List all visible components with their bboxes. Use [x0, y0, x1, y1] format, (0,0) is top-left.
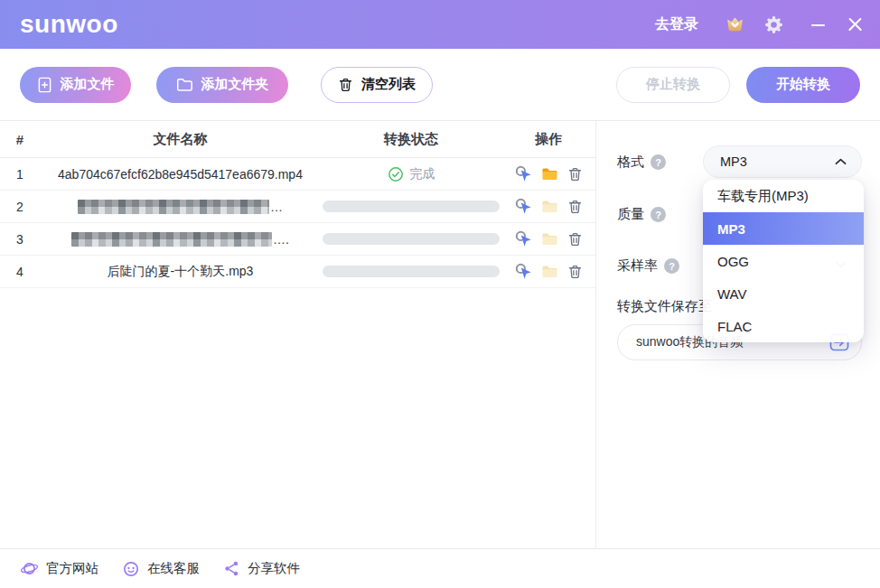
sample-rate-label: 采样率	[617, 257, 658, 275]
help-icon[interactable]: ?	[664, 258, 679, 274]
open-folder-icon-disabled[interactable]	[541, 231, 558, 247]
quality-label-row: 质量 ?	[617, 206, 666, 223]
file-plus-icon	[37, 77, 52, 93]
help-icon[interactable]: ?	[651, 154, 666, 170]
vip-badge-icon[interactable]	[724, 14, 746, 36]
planet-icon	[20, 560, 39, 577]
stop-convert-button[interactable]: 停止转换	[616, 67, 730, 103]
status-text: 完成	[410, 166, 435, 182]
progress-bar	[323, 201, 500, 212]
table-header: # 文件名称 转换状态 操作	[0, 121, 595, 158]
login-button[interactable]: 去登录	[655, 15, 698, 34]
locate-play-icon[interactable]	[515, 230, 532, 247]
add-file-button[interactable]: 添加文件	[20, 67, 131, 103]
open-folder-icon-disabled[interactable]	[541, 264, 558, 279]
redacted-file-name	[78, 200, 269, 214]
check-circle-icon	[388, 166, 404, 182]
row-actions	[501, 230, 595, 247]
main-area: # 文件名称 转换状态 操作 1 4ab704c67efcf62b8e945d5…	[0, 121, 880, 548]
delete-icon[interactable]	[567, 199, 583, 215]
format-dropdown-menu: 车载专用(MP3) MP3 OGG WAV FLAC	[703, 180, 864, 342]
format-label: 格式	[617, 154, 644, 171]
file-list: # 文件名称 转换状态 操作 1 4ab704c67efcf62b8e945d5…	[0, 121, 596, 548]
file-name: 4ab704c67efcf62b8e945d5417ea6679.mp4	[58, 167, 303, 182]
table-row[interactable]: 2 …	[0, 191, 595, 223]
close-icon[interactable]	[847, 16, 864, 33]
redacted-file-name	[71, 232, 272, 247]
share-icon	[223, 560, 240, 577]
row-actions	[501, 263, 595, 280]
chat-smiley-icon	[122, 560, 140, 578]
settings-gear-icon[interactable]	[763, 14, 784, 35]
delete-icon[interactable]	[567, 264, 583, 280]
locate-play-icon[interactable]	[515, 165, 532, 182]
col-index: #	[0, 132, 40, 147]
format-label-row: 格式 ?	[617, 154, 666, 171]
share-app-link[interactable]: 分享软件	[223, 560, 300, 577]
row-actions	[501, 198, 595, 215]
chevron-up-icon	[835, 158, 847, 165]
col-status: 转换状态	[321, 131, 501, 148]
dropdown-option-wav[interactable]: WAV	[703, 277, 864, 310]
locate-play-icon[interactable]	[515, 263, 532, 280]
add-folder-label: 添加文件夹	[201, 76, 269, 93]
app-logo: sunwoo	[20, 10, 118, 39]
status-badge: 完成	[388, 166, 435, 182]
toolbar: 添加文件 添加文件夹 清空列表 停止转换 开始转换	[0, 49, 880, 120]
delete-icon[interactable]	[567, 166, 583, 182]
col-actions: 操作	[501, 131, 595, 148]
progress-bar	[323, 233, 500, 245]
official-website-label: 官方网站	[46, 560, 98, 577]
online-support-label: 在线客服	[147, 560, 200, 577]
titlebar-controls: 去登录	[655, 14, 864, 36]
help-icon[interactable]: ?	[651, 207, 666, 222]
add-folder-button[interactable]: 添加文件夹	[156, 67, 288, 103]
convert-controls: 停止转换 开始转换	[616, 67, 860, 103]
clear-list-button[interactable]: 清空列表	[321, 67, 433, 103]
minimize-icon[interactable]	[811, 17, 826, 32]
locate-play-icon[interactable]	[515, 198, 532, 215]
folder-icon	[176, 77, 193, 92]
start-convert-button[interactable]: 开始转换	[746, 67, 860, 103]
clear-list-label: 清空列表	[361, 76, 416, 93]
table-row[interactable]: 3 ….	[0, 223, 595, 256]
dropdown-option-mp3-selected[interactable]: MP3	[703, 212, 864, 245]
col-filename: 文件名称	[40, 131, 321, 148]
file-name-suffix: …	[270, 200, 283, 214]
sample-rate-label-row: 采样率 ?	[617, 257, 679, 275]
format-value: MP3	[720, 154, 747, 169]
table-row[interactable]: 1 4ab704c67efcf62b8e945d5417ea6679.mp4 完…	[0, 158, 595, 191]
open-folder-icon[interactable]	[541, 166, 558, 182]
row-actions	[501, 165, 595, 182]
dropdown-option-flac[interactable]: FLAC	[703, 310, 864, 342]
row-index: 1	[0, 167, 40, 182]
save-to-label: 转换文件保存至	[617, 298, 712, 315]
settings-panel: 格式 ? MP3 质量 ? 采样率 ?	[596, 121, 879, 548]
dropdown-option-car-mp3[interactable]: 车载专用(MP3)	[703, 180, 864, 212]
quality-label: 质量	[617, 206, 644, 223]
format-select[interactable]: MP3	[703, 145, 862, 178]
titlebar: sunwoo 去登录	[0, 0, 880, 49]
dropdown-option-ogg[interactable]: OGG	[703, 245, 864, 277]
row-index: 3	[0, 232, 40, 247]
footer: 官方网站 在线客服 分享软件	[0, 548, 880, 588]
share-app-label: 分享软件	[248, 560, 300, 577]
official-website-link[interactable]: 官方网站	[20, 560, 98, 577]
file-name: 后陡门的夏-十个勤天.mp3	[108, 264, 254, 280]
row-index: 4	[0, 265, 40, 279]
trash-icon	[338, 77, 353, 93]
progress-bar	[323, 266, 500, 277]
table-row[interactable]: 4 后陡门的夏-十个勤天.mp3	[0, 256, 595, 288]
open-folder-icon-disabled[interactable]	[541, 199, 558, 214]
add-file-label: 添加文件	[61, 76, 115, 93]
online-support-link[interactable]: 在线客服	[122, 560, 200, 578]
row-index: 2	[0, 200, 40, 214]
file-name-suffix: ….	[273, 232, 289, 247]
delete-icon[interactable]	[567, 231, 583, 247]
